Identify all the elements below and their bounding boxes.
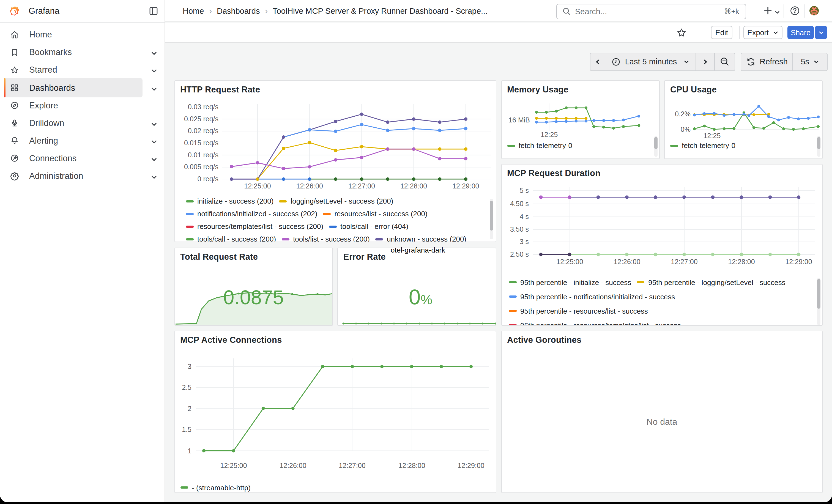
svg-text:12:29:00: 12:29:00 [457,461,484,469]
svg-text:3: 3 [187,363,191,371]
svg-text:5 s: 5 s [519,187,528,194]
svg-text:4.50 s: 4.50 s [510,200,528,207]
svg-text:12:29:00: 12:29:00 [452,182,479,190]
svg-text:12:28:00: 12:28:00 [400,182,427,190]
svg-text:0.005 req/s: 0.005 req/s [184,163,218,170]
svg-text:0.01 req/s: 0.01 req/s [188,151,218,158]
svg-text:4 s: 4 s [519,213,528,220]
svg-text:3.50 s: 3.50 s [510,225,528,233]
svg-text:12:27:00: 12:27:00 [348,182,375,190]
svg-text:0.025 req/s: 0.025 req/s [184,115,218,123]
svg-text:0.015 req/s: 0.015 req/s [184,139,218,147]
svg-text:12:27:00: 12:27:00 [671,258,697,265]
svg-text:1: 1 [187,447,191,455]
svg-text:0 req/s: 0 req/s [197,175,218,182]
svg-text:12:28:00: 12:28:00 [398,461,425,469]
svg-text:2: 2 [187,405,191,413]
svg-text:1.5: 1.5 [182,426,191,433]
svg-text:0%: 0% [681,125,691,133]
svg-text:12:28:00: 12:28:00 [728,258,754,265]
svg-text:3 s: 3 s [519,238,528,245]
svg-text:2.50 s: 2.50 s [510,250,528,258]
svg-text:12:25: 12:25 [540,130,558,138]
svg-text:12:26:00: 12:26:00 [279,461,306,469]
svg-text:12:25:00: 12:25:00 [244,182,270,190]
svg-text:12:26:00: 12:26:00 [613,258,640,265]
svg-text:12:25:00: 12:25:00 [220,461,246,469]
svg-text:0.2%: 0.2% [675,110,691,117]
svg-text:12:25: 12:25 [703,132,721,139]
svg-text:12:25:00: 12:25:00 [556,258,583,265]
svg-text:12:26:00: 12:26:00 [296,182,323,190]
svg-text:12:29:00: 12:29:00 [785,258,812,265]
svg-text:0.03 req/s: 0.03 req/s [188,103,218,110]
svg-text:2.5: 2.5 [182,384,191,392]
svg-text:0.02 req/s: 0.02 req/s [188,127,218,134]
svg-text:12:27:00: 12:27:00 [338,461,365,469]
svg-text:16 MiB: 16 MiB [508,116,530,124]
